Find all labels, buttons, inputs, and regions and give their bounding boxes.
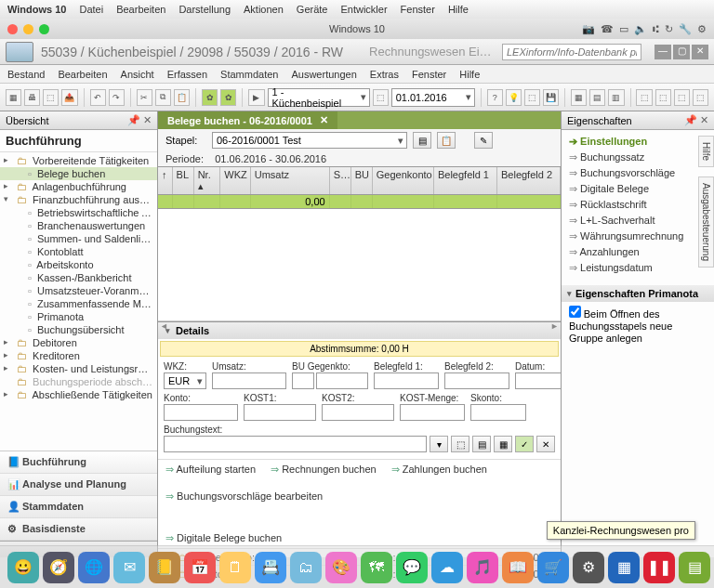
tree-item[interactable]: ▸🗀 Kreditoren — [0, 349, 157, 362]
tree-item[interactable]: ▾🗀 Finanzbuchführung auswerten — [0, 193, 157, 206]
menu-item[interactable]: Bearbeiten — [116, 4, 165, 15]
menu-item[interactable]: Entwickler — [340, 4, 387, 15]
edit-icon[interactable]: ✎ — [474, 132, 493, 149]
menu-app[interactable]: Windows 10 — [7, 4, 66, 15]
tree-item[interactable]: ▸🗀 Debitoren — [0, 336, 157, 349]
win-maximize-icon[interactable]: ▢ — [673, 45, 690, 59]
tb-btn[interactable]: ▶ — [248, 89, 264, 106]
display-icon[interactable]: ▭ — [619, 23, 628, 35]
column-header[interactable]: WKZ — [220, 167, 250, 194]
buchungstext-input[interactable] — [164, 436, 427, 452]
column-header[interactable]: ↑ — [158, 167, 173, 194]
search-input[interactable] — [502, 44, 641, 60]
action-link[interactable]: Digitale Belege buchen — [165, 532, 282, 544]
camera-icon[interactable]: 📷 — [582, 23, 595, 35]
tree-item[interactable]: ▸🗀 Anlagenbuchführung — [0, 180, 157, 193]
column-header[interactable]: Belegfeld 1 — [434, 167, 497, 194]
details-header[interactable]: Details — [158, 322, 561, 339]
menu-item[interactable]: Darstellung — [178, 4, 231, 15]
win-minimize-icon[interactable]: — — [654, 45, 671, 59]
document-tab[interactable]: Belege buchen - 06-2016/0001✕ — [158, 111, 337, 129]
bu-input[interactable] — [292, 372, 314, 389]
tb-btn[interactable]: ▦ — [494, 436, 512, 452]
confirm-icon[interactable]: ✓ — [515, 436, 534, 452]
gegenkonto-input[interactable] — [316, 372, 368, 389]
dock-app[interactable]: 📖 — [502, 552, 534, 583]
menu-item[interactable]: Stammdaten — [220, 69, 278, 80]
tree-item[interactable]: ▫ Summen- und Saldenliste — [0, 232, 157, 245]
stapel-combo[interactable]: 06-2016/0001 Test — [212, 132, 407, 149]
menu-item[interactable]: Auswertungen — [291, 69, 356, 80]
tree-item[interactable]: ▫ Belege buchen — [0, 167, 157, 180]
menu-item[interactable]: Datei — [79, 4, 103, 15]
column-header[interactable]: Umsatz — [251, 167, 330, 194]
menu-item[interactable]: Bearbeiten — [58, 69, 107, 80]
column-header[interactable]: Nr. ▴ — [194, 167, 221, 194]
menu-item[interactable]: Bestand — [7, 69, 45, 80]
tree-item[interactable]: ▸🗀 Vorbereitende Tätigkeiten — [0, 154, 157, 167]
column-header[interactable]: Belegfeld 2 — [497, 167, 561, 194]
tb-btn[interactable]: 💾 — [543, 89, 559, 106]
cancel-icon[interactable]: ✕ — [536, 436, 555, 452]
nav-button[interactable]: 👤Stammdaten — [0, 496, 157, 518]
nav-button[interactable]: ⚙Basisdienste — [0, 518, 157, 541]
sync-icon[interactable]: ↻ — [665, 23, 673, 35]
tb-btn[interactable]: ▾ — [430, 436, 448, 452]
pin-icon[interactable]: 📌 — [127, 114, 140, 125]
tb-btn[interactable]: ▦ — [6, 89, 21, 106]
tree-item[interactable]: 🗀 Buchungsperiode abschließen — [0, 375, 157, 388]
tree-item[interactable]: ▸🗀 Abschließende Tätigkeiten — [0, 388, 157, 401]
column-header[interactable]: BU — [351, 167, 373, 194]
column-header[interactable]: S… — [330, 167, 351, 194]
paste-icon[interactable]: 📋 — [174, 89, 190, 106]
vtab-hilfe[interactable]: Hilfe — [698, 136, 714, 167]
phone-icon[interactable]: ☎ — [601, 23, 614, 35]
tb-btn[interactable]: ▤ — [472, 436, 491, 452]
tb-btn[interactable]: ▤ — [413, 132, 431, 149]
action-link[interactable]: Zahlungen buchen — [391, 464, 487, 476]
menu-item[interactable]: Aktionen — [244, 4, 284, 15]
dock-app[interactable]: 🗂 — [290, 552, 322, 583]
tb-btn[interactable]: ⬚ — [636, 89, 652, 106]
kost2-input[interactable] — [322, 404, 394, 421]
tb-btn[interactable]: ↷ — [109, 89, 125, 106]
tb-btn[interactable]: ▤ — [589, 89, 605, 106]
dock-app[interactable]: 🛒 — [537, 552, 569, 583]
menu-item[interactable]: Hilfe — [459, 69, 480, 80]
copy-icon[interactable]: ⧉ — [155, 89, 171, 106]
tree-item[interactable]: ▫ Primanota — [0, 310, 157, 323]
belegfeld2-input[interactable] — [444, 372, 509, 389]
tree-item[interactable]: ▫ Umsatzsteuer-Voranmeldung — [0, 284, 157, 297]
bulb-icon[interactable]: 💡 — [506, 89, 522, 106]
win-close-icon[interactable]: ✕ — [692, 45, 708, 59]
menu-item[interactable]: Hilfe — [448, 4, 469, 15]
zoom-icon[interactable] — [39, 24, 49, 34]
tb-btn[interactable]: ✿ — [220, 89, 236, 106]
property-link[interactable]: Währungsumrechnung — [565, 229, 710, 244]
tree-item[interactable]: ▫ Kontoblatt — [0, 245, 157, 258]
tree-item[interactable]: ▫ Zusammenfassende Meldu… — [0, 297, 157, 310]
tb-btn[interactable]: 📤 — [61, 89, 77, 106]
column-header[interactable]: BL — [173, 167, 194, 194]
dock-app[interactable]: 🎨 — [325, 552, 357, 583]
h-scrollbar[interactable] — [158, 320, 561, 321]
dock-app[interactable]: 😀 — [7, 552, 39, 583]
tb-btn[interactable]: ⬚ — [373, 89, 389, 106]
usb-icon[interactable]: ⑆ — [653, 23, 659, 35]
properties-subhead[interactable]: Eigenschaften Primanota — [562, 285, 714, 302]
konto-input[interactable] — [164, 404, 238, 421]
umsatz-input[interactable] — [212, 372, 286, 389]
dock-app[interactable]: 💬 — [396, 552, 428, 583]
dock-app[interactable]: 🗒 — [219, 552, 251, 583]
property-link[interactable]: Buchungssatz — [565, 150, 710, 165]
menu-item[interactable]: Fenster — [401, 4, 435, 15]
cut-icon[interactable]: ✂ — [137, 89, 152, 106]
menu-item[interactable]: Fenster — [412, 69, 446, 80]
wkz-combo[interactable]: EUR — [164, 372, 206, 389]
tb-btn[interactable]: ⬚ — [524, 89, 540, 106]
tb-btn[interactable]: 📋 — [437, 132, 456, 149]
nav-button[interactable]: 📊Analyse und Planung — [0, 474, 157, 496]
dock-app[interactable]: ⚙ — [573, 552, 604, 583]
dock-app[interactable]: ❚❚ — [643, 552, 675, 583]
action-link[interactable]: Buchungsvorschläge bearbeiten — [165, 490, 323, 503]
